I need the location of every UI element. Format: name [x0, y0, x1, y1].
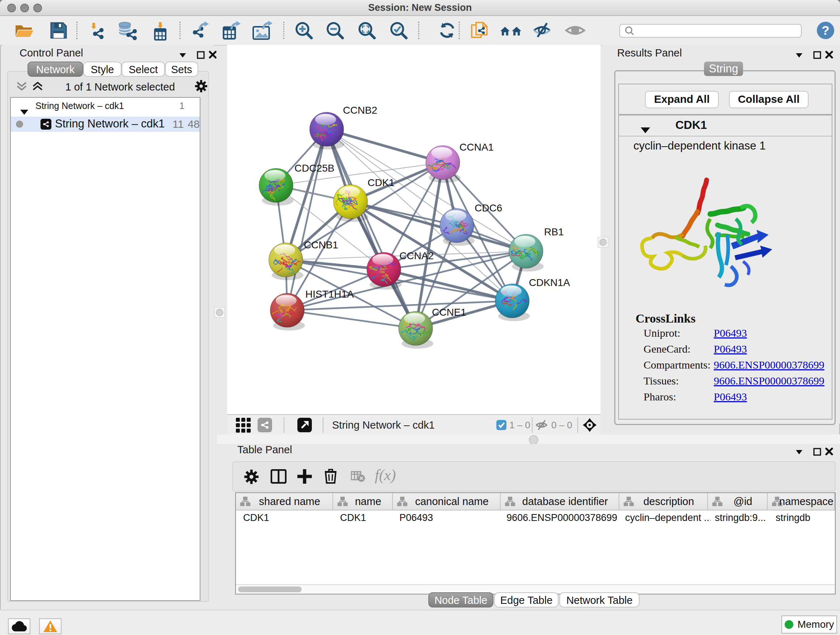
svg-text:HIST1H1A: HIST1H1A	[305, 288, 354, 300]
svg-text:?: ?	[821, 23, 829, 37]
svg-text:CCNB1: CCNB1	[304, 239, 338, 250]
svg-text:CDC25B: CDC25B	[294, 163, 334, 174]
svg-text:CCNE1: CCNE1	[432, 307, 466, 318]
svg-text:CDKN1A: CDKN1A	[529, 277, 570, 288]
svg-text:CCNB2: CCNB2	[343, 105, 377, 116]
svg-text:RB1: RB1	[544, 226, 564, 238]
svg-text:CCNA1: CCNA1	[459, 141, 494, 153]
svg-text:CCNA2: CCNA2	[399, 250, 434, 261]
svg-text:CDK1: CDK1	[368, 177, 395, 188]
svg-text:CDC6: CDC6	[475, 203, 502, 214]
